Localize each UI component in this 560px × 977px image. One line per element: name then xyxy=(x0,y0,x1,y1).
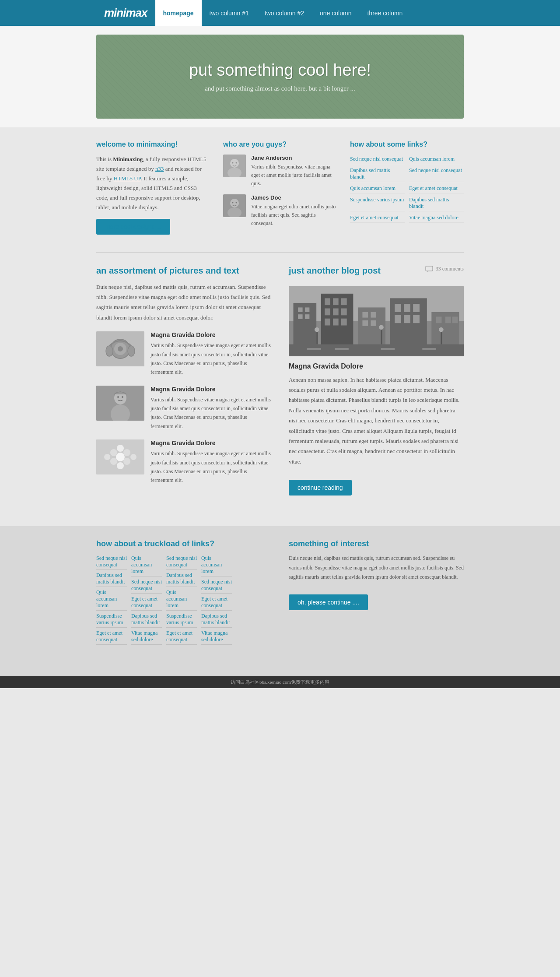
flowers-image xyxy=(96,439,144,474)
please-continue-button[interactable]: oh, please continue .... xyxy=(289,594,368,610)
footer-link[interactable]: Dapibus sed mattis blandit xyxy=(96,571,127,587)
comment-link[interactable]: 33 comments xyxy=(436,266,464,272)
svg-point-22 xyxy=(116,453,125,461)
welcome-title: welcome to minimaxing! xyxy=(96,141,210,148)
footer-link[interactable]: Vitae magna sed dolore xyxy=(201,629,232,645)
media-content-2: Magna Gravida Dolore Varius nibh. Suspen… xyxy=(150,386,271,431)
footer-link[interactable]: Quis accumsan lorem xyxy=(131,554,162,576)
blog-image xyxy=(289,286,464,356)
link-item[interactable]: Quis accumsan lorem xyxy=(409,155,464,164)
link-item[interactable]: Eget et amet consequat xyxy=(350,213,405,223)
nav-homepage[interactable]: homepage xyxy=(155,0,202,26)
media-title-3: Magna Gravida Dolore xyxy=(150,439,271,446)
svg-point-20 xyxy=(122,396,123,398)
who-title: who are you guys? xyxy=(223,141,337,148)
footer-link[interactable]: Eget et amet consequat xyxy=(96,629,127,645)
svg-rect-65 xyxy=(452,316,458,323)
nav-two-col-1[interactable]: two column #1 xyxy=(202,0,257,26)
footer-link[interactable]: Sed neque nisi consequat xyxy=(96,554,127,570)
link-item[interactable]: Dapibus sed mattis blandit xyxy=(350,166,405,182)
jane-name: Jane Anderson xyxy=(251,155,337,161)
svg-rect-67 xyxy=(307,348,321,350)
svg-point-23 xyxy=(110,449,117,456)
link-item[interactable]: Sed neque nisi consequat xyxy=(409,166,464,182)
nav-one-col[interactable]: one column xyxy=(312,0,359,26)
footer-link[interactable]: Sed neque nisi consequat xyxy=(201,577,232,594)
more-designs-button[interactable]: more cool designs ... xyxy=(96,219,170,235)
svg-rect-60 xyxy=(404,315,410,323)
brand-name: Minimaxing xyxy=(113,156,143,162)
svg-rect-57 xyxy=(404,304,410,312)
svg-rect-31 xyxy=(426,266,433,271)
svg-point-27 xyxy=(117,445,124,452)
media-content-1: Magna Gravida Dolore Varius nibh. Suspen… xyxy=(150,331,271,377)
media-thumb-3 xyxy=(96,439,144,474)
footer-link[interactable]: Suspendisse varius ipsum xyxy=(166,612,197,628)
svg-rect-64 xyxy=(445,316,451,323)
svg-point-74 xyxy=(379,325,384,330)
headphones-image xyxy=(96,331,144,366)
nav-three-col[interactable]: three column xyxy=(359,0,410,26)
footer: how about a truckload of links? Sed nequ… xyxy=(0,526,560,676)
links-title: how about some links? xyxy=(350,141,464,148)
footer-link[interactable]: Vitae magna sed dolore xyxy=(131,629,162,645)
footer-link[interactable]: Dapibus sed mattis blandit xyxy=(201,612,232,628)
link-item[interactable]: Eget et amet consequat xyxy=(409,184,464,193)
svg-rect-46 xyxy=(341,308,347,315)
hero-section: put something cool here! and put somethi… xyxy=(0,26,560,127)
hero-subheading: and put something almost as cool here, b… xyxy=(114,85,446,92)
media-content-3: Magna Gravida Dolore Varius nibh. Suspen… xyxy=(150,439,271,485)
n33-link[interactable]: n33 xyxy=(155,165,164,172)
link-item[interactable]: Suspendisse varius ipsum xyxy=(350,195,405,211)
svg-rect-68 xyxy=(335,348,349,350)
svg-point-8 xyxy=(232,202,234,203)
svg-point-30 xyxy=(130,454,136,460)
svg-rect-69 xyxy=(381,348,395,350)
footer-link[interactable]: Sed neque nisi consequat xyxy=(131,577,162,594)
james-info: James Doe Vitae magna eget odio amet mol… xyxy=(251,194,337,228)
svg-rect-52 xyxy=(371,312,376,318)
blog-header: just another blog post 33 comments xyxy=(289,266,464,282)
footer-link[interactable]: Eget et amet consequat xyxy=(166,629,197,645)
footer-link[interactable]: Eget et amet consequat xyxy=(201,594,232,611)
svg-rect-43 xyxy=(341,298,347,305)
jane-info: Jane Anderson Varius nibh. Suspendisse v… xyxy=(251,155,337,188)
svg-rect-39 xyxy=(305,314,310,319)
jane-avatar-icon xyxy=(223,155,246,177)
hero-heading: put something cool here! xyxy=(114,61,446,80)
link-item[interactable]: Sed neque nisi consequat xyxy=(350,155,405,164)
media-text-2: Varius nibh. Suspendisse vitae magna ege… xyxy=(150,395,271,431)
assortment-column: an assortment of pictures and text Duis … xyxy=(96,266,271,496)
footer-link[interactable]: Suspendisse varius ipsum xyxy=(96,612,127,628)
footer-link[interactable]: Dapibus sed mattis blandit xyxy=(131,612,162,628)
link-item[interactable]: Quis accumsan lorem xyxy=(350,184,405,193)
media-title-1: Magna Gravida Dolore xyxy=(150,331,271,338)
footer-link[interactable]: Quis accumsan lorem xyxy=(201,554,232,576)
svg-point-24 xyxy=(123,449,130,456)
footer-link[interactable]: Quis accumsan lorem xyxy=(96,588,127,611)
svg-rect-53 xyxy=(362,320,368,326)
svg-rect-41 xyxy=(325,298,330,305)
link-item[interactable]: Dapibus sed mattis blandit xyxy=(409,195,464,211)
footer-link[interactable]: Dapibus sed mattis blandit xyxy=(166,571,197,587)
svg-rect-42 xyxy=(333,298,339,305)
interest-title: something of interest xyxy=(289,539,464,548)
html5up-link[interactable]: HTML5 UP xyxy=(114,175,141,182)
footer-link[interactable]: Sed neque nisi consequat xyxy=(166,554,197,570)
footer-link[interactable]: Eget et amet consequat xyxy=(131,594,162,611)
footer-col-2: Quis accumsan lorem Sed neque nisi conse… xyxy=(131,554,166,646)
link-item[interactable]: Vitae magna sed dolore xyxy=(409,213,464,223)
svg-rect-59 xyxy=(395,315,401,323)
svg-rect-75 xyxy=(441,330,442,344)
media-text-1: Varius nibh. Suspendisse vitae magna ege… xyxy=(150,341,271,377)
footer-col-4: Quis accumsan lorem Sed neque nisi conse… xyxy=(201,554,236,646)
footer-link[interactable]: Quis accumsan lorem xyxy=(166,588,197,611)
continue-reading-button[interactable]: continue reading xyxy=(289,480,352,496)
footer-links-title: how about a truckload of links? xyxy=(96,539,271,548)
jane-bio: Varius nibh. Suspendisse vitae magna ege… xyxy=(251,163,337,188)
comment-icon xyxy=(425,266,433,273)
welcome-text: This is Minimaxing, a fully responsive H… xyxy=(96,155,210,213)
section-divider xyxy=(96,252,464,253)
nav-two-col-2[interactable]: two column #2 xyxy=(257,0,312,26)
person-jane: Jane Anderson Varius nibh. Suspendisse v… xyxy=(223,155,337,188)
